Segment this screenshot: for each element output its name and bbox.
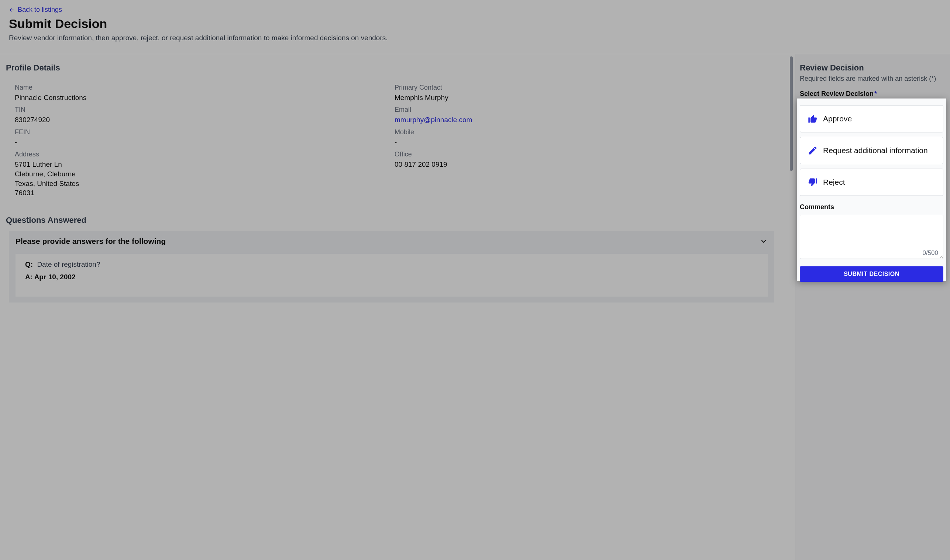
comments-label: Comments — [800, 203, 943, 211]
option-approve-label: Approve — [823, 114, 852, 123]
comments-wrap: 0/500 — [800, 215, 943, 260]
left-column: Profile Details Name Pinnacle Constructi… — [0, 54, 795, 560]
mobile-label: Mobile — [394, 128, 774, 136]
tin-value: 830274920 — [15, 115, 394, 125]
decision-panel: Approve Request additional information R… — [800, 102, 943, 282]
questions-group-title: Please provide answers for the following — [15, 237, 166, 246]
arrow-left-icon — [9, 7, 15, 13]
chevron-down-icon — [759, 237, 768, 245]
email-value[interactable]: mmurphy@pinnacle.com — [394, 115, 774, 125]
select-decision-label-text: Select Review Decision — [800, 90, 874, 97]
name-label: Name — [15, 84, 394, 91]
questions-subsection-toggle[interactable]: 1 — [15, 314, 768, 560]
option-request-info-label: Request additional information — [823, 146, 928, 155]
required-fields-note: Required fields are marked with an aster… — [800, 75, 943, 83]
page-title: Submit Decision — [9, 17, 941, 31]
thumbs-up-icon — [808, 114, 818, 124]
thumbs-down-icon — [808, 177, 818, 188]
review-decision-heading: Review Decision — [800, 63, 943, 73]
onboarding-highlight: Approve Request additional information R… — [797, 98, 946, 281]
questions-heading: Questions Answered — [0, 206, 783, 231]
scrollbar[interactable] — [790, 57, 793, 171]
fein-value: - — [15, 138, 394, 147]
back-to-listings-link[interactable]: Back to listings — [9, 6, 62, 14]
back-link-label: Back to listings — [18, 6, 62, 14]
address-line3: Texas, United States — [15, 179, 394, 189]
primary-contact-label: Primary Contact — [394, 84, 774, 91]
profile-details-heading: Profile Details — [0, 54, 783, 78]
office-value: 00 817 202 0919 — [394, 160, 774, 169]
page-header: Back to listings Submit Decision Review … — [0, 0, 950, 54]
email-label: Email — [394, 106, 774, 114]
name-value: Pinnacle Constructions — [15, 93, 394, 103]
address-label: Address — [15, 151, 394, 158]
office-label: Office — [394, 151, 774, 158]
question-prefix: Q: — [25, 260, 33, 268]
edit-note-icon — [808, 145, 818, 156]
page-description: Review vendor information, then approve,… — [9, 34, 941, 42]
tin-label: TIN — [15, 106, 394, 114]
address-value: 5701 Luther Ln Cleburne, Cleburne Texas,… — [15, 160, 394, 198]
option-approve[interactable]: Approve — [800, 105, 943, 132]
required-asterisk: * — [875, 90, 877, 97]
question-text-row: Q: Date of registration? — [25, 260, 758, 269]
answer-text: Apr 10, 2002 — [34, 273, 75, 281]
select-decision-label: Select Review Decision* — [800, 90, 943, 98]
questions-group-toggle[interactable]: Please provide answers for the following — [15, 237, 768, 246]
address-line4: 76031 — [15, 188, 394, 198]
fein-label: FEIN — [15, 128, 394, 136]
mobile-value: - — [394, 138, 774, 147]
profile-card: Name Pinnacle Constructions TIN 83027492… — [15, 78, 774, 206]
option-reject-label: Reject — [823, 178, 845, 187]
questions-subsection: 1 — [9, 309, 774, 560]
questions-group-card: Please provide answers for the following… — [9, 231, 774, 303]
comments-input[interactable] — [800, 215, 943, 259]
answer-text-row: A: Apr 10, 2002 — [25, 273, 758, 281]
primary-contact-value: Memphis Murphy — [394, 93, 774, 103]
submit-decision-button[interactable]: SUBMIT DECISION — [800, 266, 943, 282]
answer-prefix: A: — [25, 273, 32, 281]
chevron-down-icon — [20, 314, 768, 560]
question-item: Q: Date of registration? A: Apr 10, 2002 — [15, 254, 768, 297]
option-request-info[interactable]: Request additional information — [800, 137, 943, 164]
address-line2: Cleburne, Cleburne — [15, 169, 394, 179]
address-line1: 5701 Luther Ln — [15, 160, 394, 169]
option-reject[interactable]: Reject — [800, 169, 943, 196]
question-text: Date of registration? — [37, 260, 100, 268]
